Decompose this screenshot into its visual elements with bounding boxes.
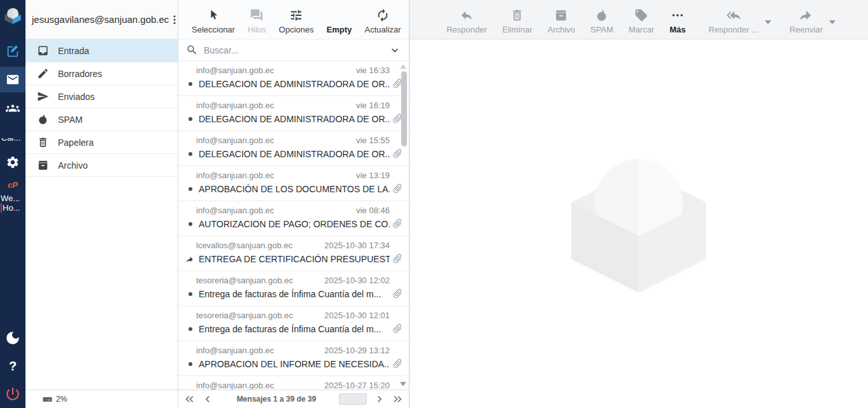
pagination-bar: Mensajes 1 a 39 de 39: [178, 390, 409, 408]
archive-button[interactable]: Archivo: [543, 4, 580, 36]
message-list-item[interactable]: info@sanjuan.gob.ec vie 16:19 DELEGACION…: [178, 96, 409, 131]
message-status: [186, 327, 194, 331]
chat-bubbles-icon: [250, 8, 264, 22]
scroll-down-arrow[interactable]: [400, 382, 406, 386]
message-date: 2025-10-30 12:01: [324, 311, 390, 320]
search-input[interactable]: [204, 45, 383, 55]
attachment-paperclip-icon: [389, 215, 405, 231]
threads-button[interactable]: Hilos: [243, 4, 271, 36]
message-status: [186, 117, 194, 121]
more-dots-icon: [671, 8, 685, 22]
unread-dot-icon: [189, 292, 192, 296]
message-list-item[interactable]: info@sanjuan.gob.ec vie 15:55 DELEGACION…: [178, 131, 409, 166]
message-subject: DELEGACION DE ADMINISTRADORA DE OR...: [199, 114, 390, 124]
message-status: [186, 187, 194, 191]
message-sender: info@sanjuan.gob.ec: [196, 381, 274, 390]
next-page-button[interactable]: [373, 393, 386, 405]
pencil-icon: [37, 67, 49, 80]
message-list-pane: Seleccionar Hilos Opciones Empty Actuali…: [178, 0, 409, 408]
message-sender: info@sanjuan.gob.ec: [196, 101, 274, 110]
message-date: vie 13:19: [356, 171, 390, 180]
empty-folder-button[interactable]: Empty: [322, 4, 357, 36]
message-list-item[interactable]: info@sanjuan.gob.ec 2025-10-29 13:12 APR…: [178, 341, 409, 376]
folder-pane: jesusgavilanes@sanjuan.gob.ec Entrada Bo…: [25, 0, 178, 408]
archive-icon: [554, 8, 568, 22]
message-date: 2025-10-29 13:12: [324, 346, 390, 355]
spam-button[interactable]: SPAM: [586, 4, 618, 36]
message-subject: DELEGACION DE ADMINISTRADORA DE OR...: [199, 79, 390, 89]
folder-label: Borradores: [58, 69, 102, 79]
forward-group: Reenviar: [785, 4, 836, 36]
mail-icon[interactable]: [0, 67, 25, 92]
webhost-line1: We...: [1, 193, 25, 203]
quota-bar: 2%: [25, 390, 178, 408]
attachment-paperclip-icon: [389, 320, 405, 336]
folder-papelera[interactable]: Papelera: [25, 131, 178, 154]
cpanel-logo[interactable]: cP: [8, 180, 18, 190]
more-button[interactable]: Más: [665, 4, 690, 36]
message-subject: AUTORIZACION DE PAGO; ORDENES DE CO...: [199, 219, 390, 229]
refresh-button[interactable]: Actualizar: [360, 4, 406, 36]
folder-label: Enviados: [58, 92, 95, 102]
page-number-input[interactable]: [339, 393, 367, 405]
unread-dot-icon: [189, 82, 192, 86]
message-status: [186, 362, 194, 366]
folder-borradores[interactable]: Borradores: [25, 62, 178, 85]
attachment-paperclip-icon: [389, 180, 405, 196]
account-header: jesusgavilanes@sanjuan.gob.ec: [25, 0, 178, 39]
logout-power-icon[interactable]: [0, 381, 25, 407]
last-page-button[interactable]: [391, 393, 404, 405]
folder-enviados[interactable]: Enviados: [25, 85, 178, 108]
search-icon: [186, 44, 198, 56]
message-list-item[interactable]: lcevallos@sanjuan.gob.ec 2025-10-30 17:3…: [178, 236, 409, 271]
forward-dropdown-caret[interactable]: [829, 20, 836, 24]
snappymail-watermark: [564, 146, 714, 295]
sliders-icon: [289, 8, 303, 22]
select-button[interactable]: Seleccionar: [187, 4, 239, 36]
options-button[interactable]: Opciones: [274, 4, 318, 36]
reply-all-icon: [727, 8, 741, 22]
contacts-icon[interactable]: [0, 95, 25, 120]
search-expand-chevron-icon[interactable]: [388, 44, 401, 57]
prev-page-button[interactable]: [201, 393, 214, 405]
scrollbar-thumb[interactable]: [401, 71, 407, 146]
pointer-icon: [206, 8, 220, 22]
forwarded-arrow-icon: [186, 255, 194, 264]
message-list-item[interactable]: info@sanjuan.gob.ec vie 16:33 DELEGACION…: [178, 61, 409, 96]
folder-entrada[interactable]: Entrada: [25, 39, 178, 62]
storage-drive-icon: [42, 394, 53, 405]
reply-button[interactable]: Responder: [442, 4, 492, 36]
compose-icon[interactable]: [0, 39, 25, 64]
search-bar: [178, 39, 409, 61]
unread-dot-icon: [189, 117, 192, 121]
reply-all-dropdown-caret[interactable]: [765, 20, 771, 24]
dark-mode-moon-icon[interactable]: [0, 325, 25, 351]
calendar-label-clipped[interactable]: Cal...: [0, 138, 25, 144]
message-list-item[interactable]: info@sanjuan.gob.ec vie 08:46 AUTORIZACI…: [178, 201, 409, 236]
folder-archivo[interactable]: Archivo: [25, 154, 178, 177]
mark-button[interactable]: Marcar: [624, 4, 658, 36]
message-list-item[interactable]: info@sanjuan.gob.ec 2025-10-27 15:20: [178, 376, 409, 390]
message-list-item[interactable]: tesoreria@sanjuan.gob.ec 2025-10-30 12:0…: [178, 271, 409, 306]
help-icon[interactable]: ?: [0, 353, 25, 379]
message-date: 2025-10-27 15:20: [324, 381, 390, 390]
attachment-paperclip-icon: [389, 355, 405, 371]
folder-spam[interactable]: SPAM: [25, 108, 178, 131]
first-page-button[interactable]: [183, 393, 196, 405]
message-list-item[interactable]: tesoreria@sanjuan.gob.ec 2025-10-30 12:0…: [178, 306, 409, 341]
delete-button[interactable]: Eliminar: [498, 4, 537, 36]
reply-all-button[interactable]: Responder ...: [704, 4, 763, 36]
webhost-link[interactable]: We... Ho...: [0, 193, 25, 213]
message-subject: APROBACIÓN DE LOS DOCUMENTOS DE LA...: [199, 184, 390, 194]
message-sender: tesoreria@sanjuan.gob.ec: [196, 276, 293, 285]
quota-usage: 2%: [56, 395, 67, 404]
message-subject: Entrega de facturas de Ínfima Cuantía de…: [199, 324, 390, 334]
attachment-paperclip-icon: [389, 285, 405, 301]
scroll-up-arrow[interactable]: [400, 64, 406, 69]
message-sender: info@sanjuan.gob.ec: [196, 206, 274, 215]
settings-gear-icon[interactable]: [0, 150, 25, 175]
message-list-item[interactable]: info@sanjuan.gob.ec vie 13:19 APROBACIÓN…: [178, 166, 409, 201]
forward-button[interactable]: Reenviar: [785, 4, 827, 36]
pagination-status: Mensajes 1 a 39 de 39: [219, 395, 334, 404]
reading-pane: Responder Eliminar Archivo SPAM Marcar M…: [409, 0, 868, 408]
